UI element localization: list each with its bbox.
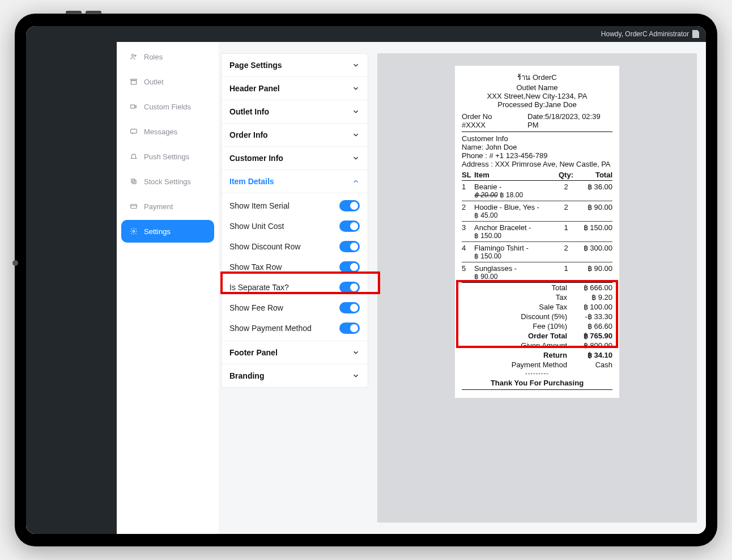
users-icon (129, 52, 138, 61)
wp-admin-left-column (26, 42, 117, 534)
sidebar-item-label: Push Settings (144, 152, 189, 161)
option-is-separate-tax: Is Separate Tax? (222, 277, 368, 298)
chevron-down-icon (352, 131, 360, 139)
order-no-value: #XXXX (462, 121, 492, 129)
sidebar-item-label: Custom Fields (144, 103, 191, 111)
gear-icon (129, 227, 138, 236)
tablet-frame: Howdy, OrderC Administrator Roles Outlet (15, 14, 717, 546)
receipt-outlet-name: Outlet Name (462, 83, 612, 92)
sidebar-item-outlet[interactable]: Outlet (121, 70, 214, 93)
customer-info-header: Customer Info (462, 134, 612, 143)
layers-icon (129, 177, 138, 186)
store-icon (129, 77, 138, 86)
toggle-show-payment-method[interactable] (339, 323, 360, 334)
sidebar-item-settings[interactable]: Settings (121, 220, 214, 243)
accordion-footer-panel[interactable]: Footer Panel (222, 341, 368, 364)
accordion-branding[interactable]: Branding (222, 364, 368, 387)
screen: Howdy, OrderC Administrator Roles Outlet (26, 26, 706, 534)
toggle-show-tax-row[interactable] (339, 261, 360, 273)
sidebar-item-label: Settings (144, 227, 171, 236)
col-total: Total (577, 169, 612, 181)
accordion-order-info[interactable]: Order Info (222, 124, 368, 147)
totals-discount: Discount (5%)-฿ 33.30 (462, 312, 612, 321)
sidebar-item-roles[interactable]: Roles (121, 50, 214, 68)
sidebar-item-custom-fields[interactable]: Custom Fields (121, 95, 214, 118)
receipt-item-row: 5Sunglasses -฿ 90.001฿ 90.00 (462, 262, 612, 283)
chevron-down-icon (352, 108, 360, 116)
card-icon (129, 202, 138, 211)
toggle-show-fee-row[interactable] (339, 302, 360, 313)
option-show-discount-row: Show Discount Row (222, 236, 368, 257)
sidebar-item-label: Roles (144, 53, 163, 61)
sidebar-item-stock-settings[interactable]: Stock Settings (121, 170, 214, 193)
option-label: Show Tax Row (229, 262, 282, 271)
toggle-show-unit-cost[interactable] (339, 220, 360, 232)
accordion-customer-info[interactable]: Customer Info (222, 147, 368, 170)
sidebar-item-label: Payment (144, 202, 173, 211)
col-item: Item (474, 169, 555, 181)
accordion-header-panel[interactable]: Header Panel (222, 77, 368, 100)
svg-rect-4 (131, 129, 137, 133)
receipt-preview-area: ร้าน OrderC Outlet Name XXX Street,New C… (377, 53, 697, 523)
accordion-label: Customer Info (229, 154, 283, 163)
receipt-address: XXX Street,New City-1234, PA (462, 92, 612, 100)
receipt-item-row: 4Flamingo Tshirt -฿ 150.002฿ 300.00 (462, 242, 612, 262)
sidebar-item-push-settings[interactable]: Push Settings (121, 145, 214, 168)
toggle-show-item-serial[interactable] (339, 200, 360, 211)
receipt-item-row: 3Anchor Bracelet -฿ 150.001฿ 150.00 (462, 222, 612, 242)
tablet-hw-button (66, 11, 82, 14)
totals-given: Given Amount฿ 800.00 (462, 341, 612, 350)
main-wrap: Roles Outlet Custom Fields Messages (117, 42, 706, 534)
accordion-label: Order Info (229, 130, 268, 139)
totals-order-total: Order Total฿ 765.90 (462, 331, 612, 341)
receipt: ร้าน OrderC Outlet Name XXX Street,New C… (455, 66, 619, 398)
accordion-page-settings[interactable]: Page Settings (222, 54, 368, 77)
accordion-item-details[interactable]: Item Details (222, 170, 368, 193)
col-sl: SL (462, 169, 474, 181)
toggle-is-separate-tax[interactable] (339, 282, 360, 293)
order-no-label: Order No (462, 112, 492, 121)
accordion-label: Page Settings (229, 61, 282, 70)
profile-icon[interactable] (692, 30, 699, 38)
accordion-label: Footer Panel (229, 348, 278, 357)
sidebar-item-payment[interactable]: Payment (121, 195, 214, 218)
totals-return: Return฿ 34.10 (462, 350, 612, 360)
receipt-store-name: ร้าน OrderC (462, 71, 612, 83)
receipt-processed-by: Processed By:Jane Doe (462, 100, 612, 109)
accordion-label: Outlet Info (229, 107, 269, 116)
option-show-payment-method: Show Payment Method (222, 318, 368, 338)
totals-payment-method: Payment MethodCash (462, 360, 612, 370)
receipt-item-row: 1Beanie -฿ 20.00 ฿ 18.002฿ 36.00 (462, 181, 612, 201)
accordion-label: Item Details (229, 177, 274, 186)
accordion-outlet-info[interactable]: Outlet Info (222, 100, 368, 124)
option-label: Show Payment Method (229, 324, 312, 333)
chevron-down-icon (352, 372, 360, 380)
wp-admin-bar: Howdy, OrderC Administrator (26, 26, 706, 42)
option-label: Show Unit Cost (229, 222, 284, 231)
sidebar-item-label: Messages (144, 128, 177, 136)
tablet-hw-button (86, 11, 101, 14)
settings-panel: Page Settings Header Panel Outlet Info O… (221, 53, 368, 388)
option-show-item-serial: Show Item Serial (222, 196, 368, 216)
option-show-unit-cost: Show Unit Cost (222, 216, 368, 236)
svg-point-8 (133, 230, 135, 232)
bell-icon (129, 152, 138, 161)
option-label: Is Separate Tax? (229, 283, 289, 292)
chevron-down-icon (352, 154, 360, 162)
toggle-show-discount-row[interactable] (339, 241, 360, 252)
receipt-order-row: Order No #XXXX Date:5/18/2023, 02:39 PM (462, 112, 612, 129)
option-label: Show Item Serial (229, 201, 290, 210)
accordion-label: Header Panel (229, 84, 280, 93)
customer-phone: Phone : # +1 123-456-789 (462, 151, 612, 160)
sidebar-item-messages[interactable]: Messages (121, 120, 214, 143)
date-label: Date: (527, 112, 545, 121)
chevron-down-icon (352, 61, 360, 69)
totals-fee: Fee (10%)฿ 66.60 (462, 321, 612, 331)
chevron-down-icon (352, 84, 360, 92)
option-label: Show Fee Row (229, 303, 283, 312)
totals-total: Total฿ 666.00 (462, 283, 612, 292)
accordion-label: Branding (229, 371, 264, 380)
admin-greeting[interactable]: Howdy, OrderC Administrator (601, 30, 689, 38)
receipt-items-table: SL Item Qty: Total 1Beanie -฿ 20.00 ฿ 18… (462, 169, 612, 283)
totals-tax: Tax฿ 9.20 (462, 292, 612, 302)
